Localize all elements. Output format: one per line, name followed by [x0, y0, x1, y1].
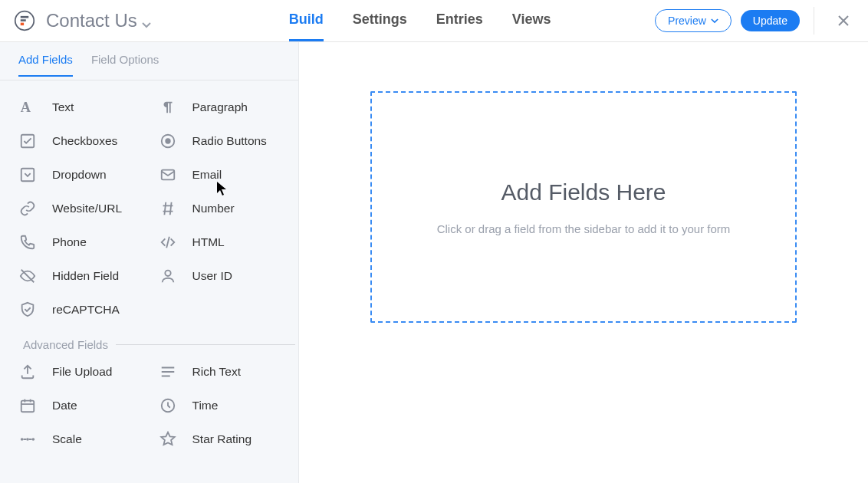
- update-button[interactable]: Update: [741, 10, 800, 31]
- field-label: Website/URL: [52, 202, 122, 215]
- form-title-dropdown[interactable]: Contact Us: [46, 10, 151, 31]
- drop-zone[interactable]: Add Fields Here Click or drag a field fr…: [370, 91, 797, 323]
- hidden-icon: [18, 268, 37, 284]
- drop-zone-subtitle: Click or drag a field from the sidebar t…: [437, 222, 731, 235]
- svg-rect-15: [21, 23, 24, 26]
- advanced-fields-header: Advanced Fields: [18, 338, 295, 351]
- scale-icon: [18, 431, 37, 448]
- field-checkboxes[interactable]: Checkboxes: [18, 133, 156, 150]
- checkbox-icon: [18, 133, 37, 150]
- divider: [814, 7, 814, 34]
- time-icon: [159, 397, 177, 414]
- field-label: Radio Buttons: [192, 134, 267, 148]
- tab-views[interactable]: Views: [512, 0, 551, 41]
- tab-build[interactable]: Build: [289, 0, 324, 41]
- field-recaptcha[interactable]: reCAPTCHA: [18, 301, 156, 318]
- basic-fields-grid: TextParagraphCheckboxesRadio ButtonsDrop…: [18, 99, 295, 318]
- email-icon: [159, 166, 177, 183]
- tab-entries[interactable]: Entries: [436, 0, 483, 41]
- svg-rect-13: [21, 16, 29, 18]
- user-icon: [159, 268, 177, 284]
- hash-icon: [159, 200, 177, 217]
- field-email[interactable]: Email: [159, 166, 296, 183]
- drop-zone-title: Add Fields Here: [501, 179, 666, 205]
- date-icon: [18, 397, 37, 414]
- main-tabs: BuildSettingsEntriesViews: [289, 0, 551, 41]
- form-title: Contact Us: [46, 10, 137, 31]
- sidebar-tabs: Add FieldsField Options: [0, 42, 298, 80]
- tab-settings[interactable]: Settings: [353, 0, 407, 41]
- field-radio-buttons[interactable]: Radio Buttons: [159, 133, 296, 150]
- svg-rect-14: [21, 19, 26, 21]
- field-label: Rich Text: [192, 365, 241, 379]
- field-label: Checkboxes: [52, 134, 117, 148]
- html-icon: [159, 234, 177, 251]
- preview-button[interactable]: Preview: [655, 9, 732, 32]
- field-hidden-field[interactable]: Hidden Field: [18, 268, 156, 284]
- field-user-id[interactable]: User ID: [159, 268, 296, 284]
- field-date[interactable]: Date: [18, 397, 156, 414]
- field-label: Phone: [52, 235, 87, 249]
- radio-icon: [159, 133, 177, 150]
- field-label: Paragraph: [192, 100, 248, 114]
- field-label: Number: [192, 202, 235, 215]
- shield-icon: [18, 301, 37, 318]
- top-bar: Contact Us BuildSettingsEntriesViews Pre…: [0, 0, 868, 42]
- sidebar: Add FieldsField Options TextParagraphChe…: [0, 42, 299, 483]
- field-label: File Upload: [52, 365, 112, 379]
- sidebar-tab-field-options[interactable]: Field Options: [91, 53, 159, 77]
- field-label: Text: [52, 100, 74, 114]
- form-canvas: Add Fields Here Click or drag a field fr…: [299, 42, 868, 483]
- phone-icon: [18, 234, 37, 251]
- caret-down-icon: [711, 18, 718, 24]
- field-label: User ID: [192, 269, 233, 283]
- field-star-rating[interactable]: Star Rating: [159, 431, 296, 448]
- field-label: reCAPTCHA: [52, 303, 120, 317]
- field-label: Hidden Field: [52, 269, 119, 283]
- text-icon: [18, 99, 37, 116]
- link-icon: [18, 200, 37, 217]
- caret-down-icon: [142, 22, 151, 28]
- field-scale[interactable]: Scale: [18, 431, 156, 448]
- field-paragraph[interactable]: Paragraph: [159, 99, 296, 116]
- advanced-fields-label: Advanced Fields: [18, 338, 116, 351]
- update-label: Update: [753, 15, 787, 27]
- field-text[interactable]: Text: [18, 99, 156, 116]
- field-label: Star Rating: [192, 432, 252, 446]
- field-label: Time: [192, 399, 219, 412]
- upload-icon: [18, 363, 37, 380]
- paragraph-icon: [159, 99, 177, 116]
- star-icon: [159, 431, 177, 448]
- field-website-url[interactable]: Website/URL: [18, 200, 156, 217]
- field-label: Email: [192, 168, 222, 182]
- sidebar-tab-add-fields[interactable]: Add Fields: [18, 53, 73, 77]
- advanced-fields-grid: File UploadRich TextDateTimeScaleStar Ra…: [18, 363, 295, 448]
- field-file-upload[interactable]: File Upload: [18, 363, 156, 380]
- field-dropdown[interactable]: Dropdown: [18, 166, 156, 183]
- richtext-icon: [159, 363, 177, 380]
- preview-label: Preview: [668, 15, 706, 27]
- field-rich-text[interactable]: Rich Text: [159, 363, 296, 380]
- field-label: Date: [52, 399, 77, 412]
- dropdown-icon: [18, 166, 37, 183]
- field-label: HTML: [192, 235, 225, 249]
- field-html[interactable]: HTML: [159, 234, 296, 251]
- field-time[interactable]: Time: [159, 397, 296, 414]
- app-logo-icon: [14, 10, 35, 31]
- field-label: Scale: [52, 432, 82, 446]
- field-label: Dropdown: [52, 168, 107, 182]
- field-number[interactable]: Number: [159, 200, 296, 217]
- close-button[interactable]: [833, 10, 854, 31]
- top-actions: Preview Update: [655, 7, 854, 34]
- field-phone[interactable]: Phone: [18, 234, 156, 251]
